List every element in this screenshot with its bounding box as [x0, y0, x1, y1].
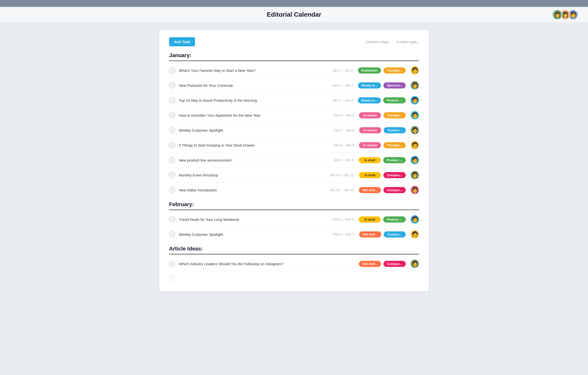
check-icon[interactable] — [169, 261, 175, 267]
avatar: 👩 — [411, 260, 419, 268]
status-badge[interactable]: In draft — [359, 157, 381, 163]
type-badge[interactable]: Product ... — [383, 97, 406, 103]
section-0: January:What's Your Favorite Way to Star… — [169, 52, 419, 197]
task-date: Jan 10 – Jan 11 — [322, 173, 354, 177]
task-title: Weekly Customer Spotlight — [179, 128, 322, 132]
avatar: 🧑 — [411, 230, 419, 238]
task-date: Jan 3 – Jan 4 — [321, 98, 353, 102]
check-icon[interactable] — [169, 172, 175, 178]
avatar: 🧑 — [411, 66, 419, 75]
type-badge[interactable]: Product ... — [383, 216, 406, 223]
task-row[interactable]: 5 Things to Start Keeping in Your Desk D… — [169, 138, 419, 153]
task-date: Jan 1 – Jan 2 — [321, 68, 353, 72]
status-badge[interactable]: In draft — [359, 172, 381, 178]
task-row[interactable]: How to Declutter Your Apartment for the … — [169, 108, 419, 123]
task-row[interactable] — [169, 271, 419, 284]
task-title: Top 10 Way to Boost Productivity in the … — [179, 98, 321, 102]
status-badge[interactable]: In draft — [359, 216, 381, 223]
type-badge[interactable]: Compan... — [383, 261, 406, 267]
task-title: New Podcasts for Your Commute — [179, 83, 321, 88]
avatar: 👩 — [411, 171, 419, 179]
type-badge[interactable]: Compan... — [383, 187, 406, 193]
header: Editorial Calendar 👩 👩 🧑 — [0, 7, 588, 23]
task-date: Jan 7 – Jan 8 — [322, 128, 354, 132]
section-title-2: Article Ideas: — [169, 246, 419, 254]
section-1: February:Travel Deals for Your Long Week… — [169, 201, 419, 242]
type-badge[interactable]: Thought... — [383, 142, 406, 148]
task-list-0: What's Your Favorite Way to Start a New … — [169, 63, 419, 197]
task-row[interactable]: New Podcasts for Your CommuteJan 1 – Jan… — [169, 78, 419, 93]
task-title: Monthly Event Roundup — [179, 173, 322, 177]
avatar: 👩 — [411, 126, 419, 134]
check-icon[interactable] — [169, 82, 175, 88]
type-badge[interactable]: Product ... — [383, 157, 406, 163]
check-icon[interactable] — [169, 127, 175, 133]
type-badge[interactable]: Sponsor... — [383, 82, 406, 88]
page-title: Editorial Calendar — [0, 11, 588, 18]
content-type-filter[interactable]: Content type_ — [396, 40, 419, 44]
task-date: Feb 1 – Feb 2 — [322, 217, 354, 221]
check-icon[interactable] — [169, 157, 175, 163]
task-title: Travel Deals for Your Long Weekend — [179, 217, 322, 222]
avatar: 👩 — [411, 81, 419, 89]
toolbar-filters: Content stage Content type_ — [366, 40, 419, 44]
check-icon[interactable] — [169, 275, 175, 281]
task-row[interactable]: Monthly Event RoundupJan 10 – Jan 11In d… — [169, 168, 419, 183]
section-title-1: February: — [169, 201, 419, 210]
check-icon[interactable] — [169, 112, 175, 118]
status-badge[interactable]: Ready to... — [358, 97, 381, 103]
type-badge[interactable]: Thought... — [383, 112, 406, 118]
avatar: 🧑 — [411, 96, 419, 104]
status-badge[interactable]: In review — [359, 112, 381, 118]
check-icon[interactable] — [169, 231, 175, 238]
task-title: Which Industry Leaders Should You Be Fol… — [179, 262, 359, 266]
avatar: 🧑 — [411, 156, 419, 164]
task-date: Jan 8 – Jan 9 — [322, 143, 354, 147]
content-stage-filter[interactable]: Content stage — [366, 40, 389, 44]
check-icon[interactable] — [169, 142, 175, 148]
task-date: Jan 1 – Jan 2 — [321, 83, 353, 87]
check-icon[interactable] — [169, 67, 175, 74]
top-bar — [0, 0, 588, 7]
check-icon[interactable] — [169, 97, 175, 103]
task-row[interactable]: New Editor IntroductionJan 10 – Jan 11No… — [169, 183, 419, 197]
task-row[interactable]: Weekly Customer SpotlightJan 7 – Jan 8In… — [169, 123, 419, 138]
task-date: Jan 8 – Jan 9 — [322, 158, 354, 162]
task-list-2: Which Industry Leaders Should You Be Fol… — [169, 256, 419, 284]
status-badge[interactable]: Not draf... — [359, 231, 381, 238]
task-list-1: Travel Deals for Your Long WeekendFeb 1 … — [169, 212, 419, 242]
type-badge[interactable]: Compan... — [383, 172, 406, 178]
status-badge[interactable]: In review — [359, 142, 381, 148]
task-row[interactable]: New product line announcementJan 8 – Jan… — [169, 153, 419, 168]
task-title: Weekly Customer Spotlight — [179, 232, 322, 237]
avatar: 🧑 — [411, 215, 419, 224]
avatar: 👩 — [411, 186, 419, 194]
avatar: 🧑 — [411, 141, 419, 149]
avatar-1: 👩 — [552, 10, 563, 20]
add-task-button[interactable]: Add Task — [169, 37, 195, 46]
task-title: New Editor Introduction — [179, 188, 322, 192]
task-date: Jan 10 – Jan 11 — [322, 188, 354, 192]
check-icon[interactable] — [169, 216, 175, 223]
task-title: How to Declutter Your Apartment for the … — [179, 113, 322, 117]
task-row[interactable]: Top 10 Way to Boost Productivity in the … — [169, 93, 419, 108]
type-badge[interactable]: Custom... — [384, 231, 406, 238]
status-badge[interactable]: Not draf... — [359, 261, 381, 267]
toolbar: Add Task Content stage Content type_ — [169, 37, 419, 46]
header-avatars: 👩 👩 🧑 — [552, 10, 578, 20]
type-badge[interactable]: Thought... — [383, 67, 406, 74]
status-badge[interactable]: Published! — [358, 67, 381, 74]
status-badge[interactable]: Not draf... — [359, 187, 381, 193]
status-badge[interactable]: Ready to... — [358, 82, 381, 88]
task-row[interactable]: Weekly Customer SpotlightFeb 4 – Feb 5No… — [169, 227, 419, 242]
task-row[interactable]: Travel Deals for Your Long WeekendFeb 1 … — [169, 212, 419, 227]
status-badge[interactable]: In review — [359, 127, 381, 133]
task-date: Feb 4 – Feb 5 — [322, 232, 354, 236]
check-icon[interactable] — [169, 187, 175, 193]
task-row[interactable]: Which Industry Leaders Should You Be Fol… — [169, 256, 419, 271]
section-title-0: January: — [169, 52, 419, 61]
sections-container: January:What's Your Favorite Way to Star… — [169, 52, 419, 284]
task-date: Jan 3 – Jan 4 — [322, 113, 354, 117]
type-badge[interactable]: Custom... — [384, 127, 406, 133]
task-row[interactable]: What's Your Favorite Way to Start a New … — [169, 63, 419, 78]
